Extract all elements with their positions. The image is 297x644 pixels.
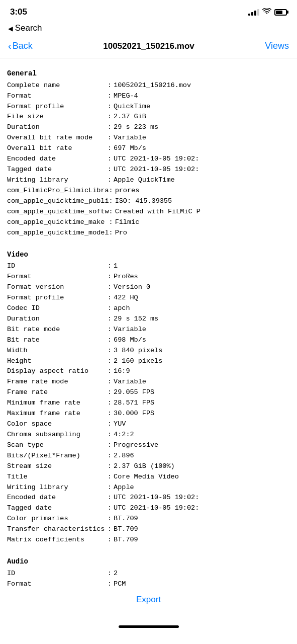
table-row: Height : 2 160 pixels bbox=[7, 356, 290, 367]
battery-icon bbox=[274, 9, 287, 16]
info-value: 3 840 pixels bbox=[114, 346, 290, 356]
audio-rows: ID : 2Format : PCM bbox=[7, 569, 290, 590]
info-separator: : bbox=[108, 335, 112, 346]
page-title: 10052021_150216.mov bbox=[103, 41, 194, 51]
info-key: Codec ID bbox=[7, 303, 108, 314]
info-value: UTC 2021-10-05 19:02: bbox=[114, 493, 290, 503]
video-section-header: Video bbox=[7, 250, 290, 261]
info-separator: : bbox=[108, 472, 112, 482]
info-separator: : bbox=[108, 346, 112, 356]
wifi-icon bbox=[262, 8, 271, 17]
table-row: Tagged date : UTC 2021-10-05 19:02: bbox=[7, 503, 290, 514]
table-row: Color primaries : BT.709 bbox=[7, 514, 290, 524]
table-row: com_apple_quicktime_softw: Created with … bbox=[7, 207, 290, 217]
info-value: PCM bbox=[114, 579, 290, 590]
info-separator: : bbox=[108, 356, 112, 367]
table-row: File size : 2.37 GiB bbox=[7, 112, 290, 122]
info-separator: : bbox=[108, 175, 112, 186]
info-key: Minimum frame rate bbox=[7, 398, 108, 409]
search-label[interactable]: Search bbox=[15, 23, 42, 33]
export-row: Export bbox=[7, 590, 290, 609]
info-key: Complete name bbox=[7, 80, 108, 91]
info-key: com_apple_quicktime_softw bbox=[7, 207, 109, 217]
info-value: 698 Mb/s bbox=[114, 335, 290, 346]
table-row: Encoded date : UTC 2021-10-05 19:02: bbox=[7, 154, 290, 165]
table-row: Format : MPEG-4 bbox=[7, 91, 290, 102]
info-separator: : bbox=[108, 430, 112, 440]
info-separator: : bbox=[108, 154, 112, 165]
info-key: com_FilmicPro_FilmicLibra bbox=[7, 186, 109, 196]
info-value: 2 160 pixels bbox=[114, 356, 290, 367]
table-row: Matrix coefficients : BT.709 bbox=[7, 535, 290, 545]
export-button[interactable]: Export bbox=[136, 595, 161, 605]
media-info-content: General Complete name : 10052021_150216.… bbox=[0, 58, 297, 619]
info-separator: : bbox=[108, 569, 112, 579]
info-value: BT.709 bbox=[114, 524, 290, 535]
table-row: Maximum frame rate : 30.000 FPS bbox=[7, 409, 290, 419]
table-row: Frame rate : 29.055 FPS bbox=[7, 387, 290, 398]
general-rows: Complete name : 10052021_150216.movForma… bbox=[7, 80, 290, 238]
info-value: Apple bbox=[114, 482, 290, 493]
nav-back-chevron-icon: ‹ bbox=[8, 40, 12, 52]
table-row: Title : Core Media Video bbox=[7, 472, 290, 482]
info-key: ID bbox=[7, 569, 108, 579]
info-key: Writing library bbox=[7, 482, 108, 493]
table-row: Codec ID : apch bbox=[7, 303, 290, 314]
table-row: Bit rate mode : Variable bbox=[7, 325, 290, 335]
info-value: Apple QuickTime bbox=[114, 175, 290, 186]
info-key: Height bbox=[7, 356, 108, 367]
info-key: Overall bit rate bbox=[7, 143, 108, 154]
info-separator: : bbox=[108, 579, 112, 590]
info-separator: : bbox=[108, 377, 112, 387]
info-separator: : bbox=[108, 461, 112, 472]
nav-bar: ‹ Back 10052021_150216.mov Views bbox=[0, 36, 297, 58]
info-separator: : bbox=[108, 409, 112, 419]
back-button[interactable]: ‹ Back bbox=[8, 40, 33, 52]
info-separator: : bbox=[109, 186, 113, 196]
info-separator: : bbox=[108, 80, 112, 91]
info-key: Display aspect ratio bbox=[7, 366, 108, 377]
info-separator: : bbox=[108, 325, 112, 335]
info-key: Stream size bbox=[7, 461, 108, 472]
info-value: QuickTime bbox=[114, 102, 290, 112]
info-separator: : bbox=[108, 143, 112, 154]
info-value: Created with FiLMiC P bbox=[115, 207, 290, 217]
audio-section-header: Audio bbox=[7, 556, 290, 568]
table-row: ID : 2 bbox=[7, 569, 290, 579]
info-key: Width bbox=[7, 346, 108, 356]
info-value: UTC 2021-10-05 19:02: bbox=[114, 165, 290, 175]
info-value: YUV bbox=[114, 419, 290, 430]
info-value: 29 s 152 ms bbox=[114, 314, 290, 325]
info-separator: : bbox=[108, 451, 112, 461]
table-row: Stream size : 2.37 GiB (100%) bbox=[7, 461, 290, 472]
info-separator: : bbox=[108, 387, 112, 398]
table-row: Format profile : 422 HQ bbox=[7, 293, 290, 303]
table-row: com_apple_quicktime_publi: ISO: 415.3935… bbox=[7, 196, 290, 207]
info-key: Frame rate bbox=[7, 387, 108, 398]
info-key: Duration bbox=[7, 122, 108, 133]
info-separator: : bbox=[108, 503, 112, 514]
views-button[interactable]: Views bbox=[265, 41, 289, 51]
info-value: Variable bbox=[114, 133, 290, 143]
info-separator: : bbox=[108, 514, 112, 524]
info-separator: : bbox=[108, 314, 112, 325]
table-row: com_apple_quicktime_make : Filmic bbox=[7, 217, 290, 228]
info-key: com_apple_quicktime_model bbox=[7, 228, 109, 238]
table-row: Writing library : Apple QuickTime bbox=[7, 175, 290, 186]
info-separator: : bbox=[108, 133, 112, 143]
info-key: Encoded date bbox=[7, 154, 108, 165]
info-separator: : bbox=[108, 165, 112, 175]
info-key: Format profile bbox=[7, 293, 108, 303]
table-row: Tagged date : UTC 2021-10-05 19:02: bbox=[7, 165, 290, 175]
info-value: 4:2:2 bbox=[114, 430, 290, 440]
table-row: Duration : 29 s 152 ms bbox=[7, 314, 290, 325]
info-separator: : bbox=[108, 122, 112, 133]
table-row: Display aspect ratio : 16:9 bbox=[7, 366, 290, 377]
table-row: Color space : YUV bbox=[7, 419, 290, 430]
table-row: Minimum frame rate : 28.571 FPS bbox=[7, 398, 290, 409]
table-row: Format : ProRes bbox=[7, 272, 290, 282]
info-key: Encoded date bbox=[7, 493, 108, 503]
info-separator: : bbox=[108, 535, 112, 545]
back-label: Back bbox=[13, 41, 33, 51]
info-key: Format bbox=[7, 91, 108, 102]
